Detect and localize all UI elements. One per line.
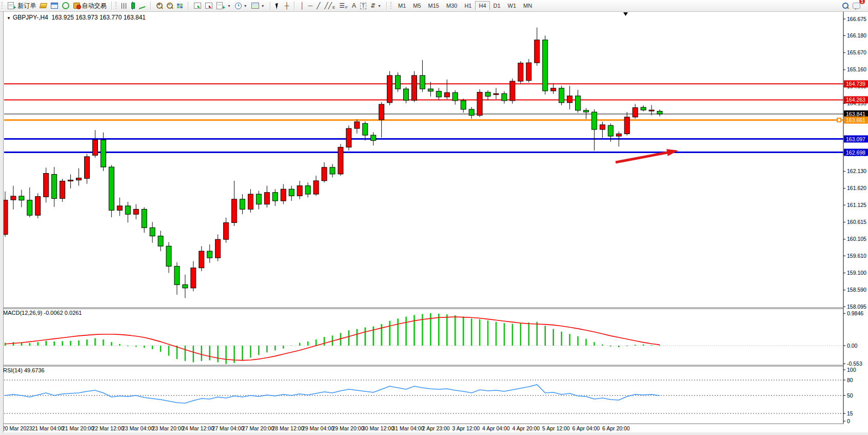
channel-icon: ╱╱ [324, 2, 331, 9]
candle-body [591, 112, 597, 129]
search-icon [842, 3, 849, 9]
cursor-tool-button[interactable] [274, 1, 283, 11]
candlestick-icon [131, 3, 135, 9]
axis-tick-label: 162.130 [847, 168, 866, 174]
candle-body [633, 108, 638, 117]
autotrade-icon [73, 3, 80, 9]
candlestick-chart-button[interactable] [129, 1, 137, 11]
text-tool-button[interactable]: A [350, 1, 358, 11]
candle-body [485, 92, 490, 97]
candle-body [363, 123, 368, 135]
zoom-out-button[interactable]: − [165, 1, 175, 11]
axis-tick-label: 166.180 [847, 32, 866, 39]
candle-body [117, 206, 122, 210]
charts-button[interactable] [38, 1, 49, 11]
bar-chart-icon [122, 3, 127, 9]
date-axis-label: 21 Mar 20:00 [62, 425, 94, 431]
line-chart-button[interactable] [137, 1, 147, 11]
macd-axis-label: 0.00 [847, 343, 858, 349]
label-tool-button[interactable]: T [358, 1, 368, 11]
notifications-button[interactable]: 1 [851, 1, 862, 11]
price-line-handle[interactable] [837, 118, 841, 122]
channel-sub-label: E [332, 5, 335, 10]
candle-body [297, 186, 302, 196]
add-indicator-button[interactable]: +▼ [214, 1, 232, 11]
date-axis-label: 4 Apr 20:00 [512, 425, 540, 431]
candle-body [502, 93, 507, 101]
date-axis-label: 5 Apr 12:00 [542, 425, 570, 431]
candle-body [166, 246, 171, 266]
notification-badge: 1 [859, 0, 865, 4]
tab-timeframe-m1[interactable]: M1 [394, 1, 409, 10]
autotrade-button[interactable]: 自动交易 [71, 1, 108, 11]
candle-body [35, 197, 41, 216]
date-axis-label: 22 Mar 12:00 [92, 425, 124, 431]
channel-tool-button[interactable]: ╱╱E [322, 1, 337, 11]
tab-timeframe-mn[interactable]: MN [520, 1, 536, 10]
vertical-line-tool-button[interactable]: │ [298, 1, 306, 11]
date-axis-label: 6 Apr 04:00 [573, 425, 600, 431]
axis-tick-label: 158.590 [847, 287, 866, 293]
market-watch-button[interactable] [49, 1, 60, 11]
candle-body [207, 251, 212, 258]
trendline-icon: ╱ [317, 2, 320, 9]
new-order-button[interactable]: + 新订单 [6, 1, 38, 11]
date-axis-label: 27 Mar 04:00 [212, 425, 244, 431]
period-button[interactable]: ▼ [233, 1, 249, 11]
date-axis-label: 20 Mar 2023 [2, 425, 32, 431]
candle-body [444, 92, 449, 97]
candle-body [248, 194, 253, 209]
candle-body [354, 122, 360, 128]
axis-tick-label: 161.620 [847, 185, 866, 191]
candle-body [477, 92, 482, 116]
candle-body [600, 125, 605, 129]
expand-triangle-icon[interactable]: ▼ [7, 16, 11, 21]
tab-timeframe-m5[interactable]: M5 [409, 1, 424, 10]
candle-body [452, 92, 458, 101]
tab-timeframe-m15[interactable]: M15 [425, 1, 443, 10]
date-axis-label: 24 Mar 12:00 [182, 425, 214, 431]
fibonacci-icon: ☰ [339, 2, 345, 9]
label-icon: T [360, 3, 366, 9]
price-badge-label: 164.263 [846, 97, 865, 103]
trendline-tool-button[interactable]: ╱ [314, 1, 322, 11]
chart-title: ▼GBPJPY-,H4 163.925 163.973 163.770 163.… [7, 14, 146, 21]
rsi-axis-label: 0 [847, 418, 850, 424]
crosshair-tool-button[interactable]: ┼ [283, 1, 291, 11]
candle-body [142, 209, 147, 228]
zoom-in-button[interactable]: + [154, 1, 165, 11]
chevron-down-icon: ▼ [378, 4, 381, 8]
chart-svg: 166.675166.180165.670165.160164.665164.1… [0, 11, 868, 435]
candle-body [215, 239, 221, 258]
tab-timeframe-d1[interactable]: D1 [490, 1, 504, 10]
candle-body [371, 135, 376, 140]
price-badge-label: 164.739 [846, 81, 865, 87]
new-order-label: 新订单 [17, 2, 36, 10]
fibonacci-tool-button[interactable]: ☰F [337, 1, 350, 11]
candle-body [576, 96, 581, 110]
fibo-sub-label: F [345, 5, 348, 10]
tab-timeframe-m30[interactable]: M30 [443, 1, 461, 10]
search-button[interactable] [840, 1, 851, 11]
candle-body [125, 206, 130, 214]
signals-button[interactable] [60, 1, 71, 11]
arrows-tool-button[interactable]: ⇵▼ [368, 1, 383, 11]
chart-shift-button[interactable] [203, 1, 214, 11]
chart-canvas[interactable]: 166.675166.180165.670165.160164.665164.1… [0, 11, 868, 435]
macd-axis-label: 0.9846 [847, 310, 863, 316]
auto-scroll-button[interactable] [192, 1, 203, 11]
bar-chart-button[interactable] [120, 1, 129, 11]
candle-body [281, 189, 286, 201]
gold-bar-icon [40, 3, 47, 8]
candle-body [346, 128, 351, 147]
tile-windows-button[interactable] [175, 1, 185, 11]
horizontal-line-tool-button[interactable]: ─ [306, 1, 315, 11]
date-axis-label: 2 Apr 23:00 [422, 425, 450, 431]
candle-body [624, 117, 629, 134]
candle-body [510, 81, 515, 101]
tab-timeframe-h1[interactable]: H1 [461, 1, 475, 10]
tab-timeframe-h4[interactable]: H4 [475, 1, 489, 10]
template-button[interactable]: ▼ [249, 1, 267, 11]
price-badge-label: 163.841 [846, 111, 865, 117]
tab-timeframe-w1[interactable]: W1 [504, 1, 520, 10]
